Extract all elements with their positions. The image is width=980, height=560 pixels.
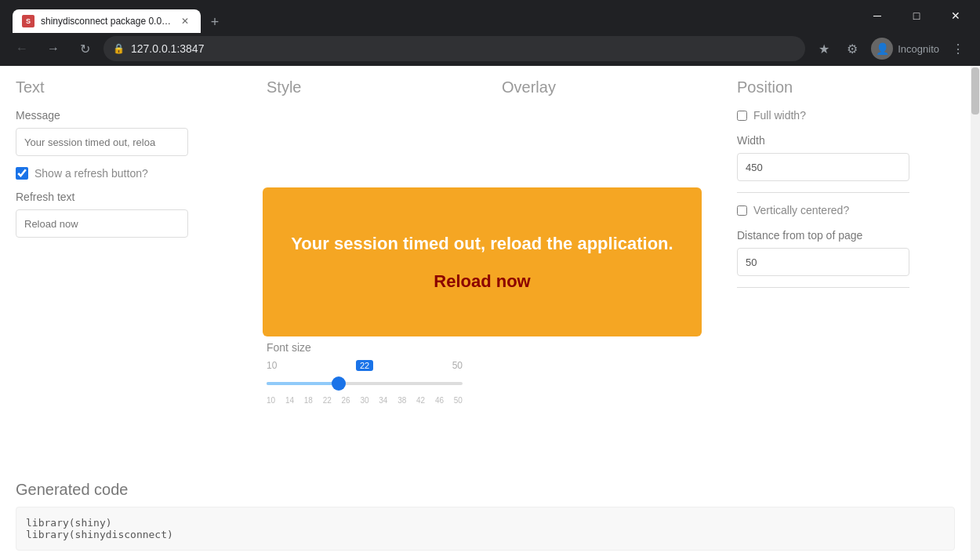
back-button[interactable]: ← (9, 36, 34, 61)
lock-icon: 🔒 (113, 43, 125, 54)
reload-button[interactable]: ↻ (72, 36, 97, 61)
tab-close-button[interactable]: ✕ (179, 15, 191, 27)
position-section-title: Position (737, 78, 925, 96)
distance-input[interactable] (737, 248, 909, 276)
vertically-centered-row: Vertically centered? (737, 204, 925, 216)
text-section-title: Text (16, 78, 235, 96)
slider-track (267, 382, 463, 385)
close-button[interactable]: ✕ (938, 3, 974, 28)
slider-ticks: 10 14 18 22 26 30 34 38 42 46 50 (267, 396, 463, 405)
font-size-slider-container: 10 22 50 10 14 18 22 26 30 (267, 360, 463, 405)
toolbar-actions: ★ ⚙ (811, 36, 865, 61)
slider-min-label: 10 (267, 360, 277, 371)
overlay-section-title: Overlay (502, 78, 706, 96)
window-controls: ─ □ ✕ (859, 3, 974, 28)
modal-main-text: Your session timed out, reload the appli… (291, 232, 673, 256)
vertically-centered-checkbox[interactable] (737, 205, 747, 216)
slider-value-label: 22 (356, 360, 373, 371)
tab-title: shinydisconnect package 0.0.0.90 (41, 16, 172, 27)
active-tab[interactable]: S shinydisconnect package 0.0.0.90 ✕ (13, 9, 201, 33)
page-content: Text Message Show a refresh button? Refr… (0, 66, 980, 560)
refresh-text-input[interactable] (16, 209, 188, 238)
full-width-row: Full width? (737, 109, 925, 122)
slider-thumb[interactable] (332, 376, 346, 391)
modal-reload-link[interactable]: Reload now (434, 271, 530, 292)
font-size-slider[interactable] (267, 374, 463, 393)
full-width-label: Full width? (753, 109, 806, 122)
distance-label: Distance from top of page (737, 229, 925, 242)
style-section-title: Style (267, 78, 470, 96)
bookmark-button[interactable]: ★ (811, 36, 837, 61)
browser-chrome: S shinydisconnect package 0.0.0.90 ✕ + ─… (0, 0, 980, 66)
full-width-checkbox[interactable] (737, 111, 747, 121)
width-label: Width (737, 134, 925, 147)
address-bar[interactable]: 🔒 127.0.0.1:3847 (103, 36, 805, 61)
extensions-button[interactable]: ⚙ (840, 36, 865, 61)
modal-overlay: Your session timed out, reload the appli… (263, 187, 702, 336)
slider-fill (267, 382, 336, 385)
generated-code-title: Generated code (16, 481, 955, 499)
bottom-divider (737, 287, 909, 288)
incognito-badge: 👤 Incognito (871, 38, 939, 60)
show-refresh-checkbox[interactable] (16, 167, 28, 180)
width-input[interactable] (737, 153, 909, 181)
new-tab-button[interactable]: + (204, 11, 226, 33)
forward-button[interactable]: → (41, 36, 66, 61)
show-refresh-label: Show a refresh button? (34, 167, 148, 180)
url-text: 127.0.0.1:3847 (131, 42, 204, 55)
menu-button[interactable]: ⋮ (946, 36, 971, 61)
title-bar: S shinydisconnect package 0.0.0.90 ✕ + ─… (0, 0, 980, 31)
vertically-centered-label: Vertically centered? (753, 204, 849, 216)
show-refresh-row: Show a refresh button? (16, 167, 235, 180)
incognito-label: Incognito (898, 43, 939, 55)
divider (737, 192, 909, 193)
generated-code-section: Generated code library(shiny) library(sh… (0, 468, 971, 560)
code-line-2: library(shinydisconnect) (26, 529, 945, 540)
incognito-icon: 👤 (871, 38, 893, 60)
font-size-label: Font size (267, 341, 470, 354)
slider-range-labels: 10 22 50 (267, 360, 463, 371)
message-input[interactable] (16, 128, 188, 156)
code-block: library(shiny) library(shinydisconnect) (16, 507, 955, 551)
scrollbar[interactable] (971, 66, 980, 560)
omnibar: ← → ↻ 🔒 127.0.0.1:3847 ★ ⚙ 👤 Incognito ⋮ (0, 31, 980, 66)
maximize-button[interactable]: □ (898, 3, 935, 28)
slider-max-label: 50 (452, 360, 463, 371)
tab-favicon: S (22, 15, 34, 27)
refresh-text-label: Refresh text (16, 191, 235, 203)
code-line-1: library(shiny) (26, 517, 945, 529)
minimize-button[interactable]: ─ (859, 3, 895, 28)
message-label: Message (16, 109, 235, 122)
scrollbar-thumb[interactable] (971, 67, 979, 115)
